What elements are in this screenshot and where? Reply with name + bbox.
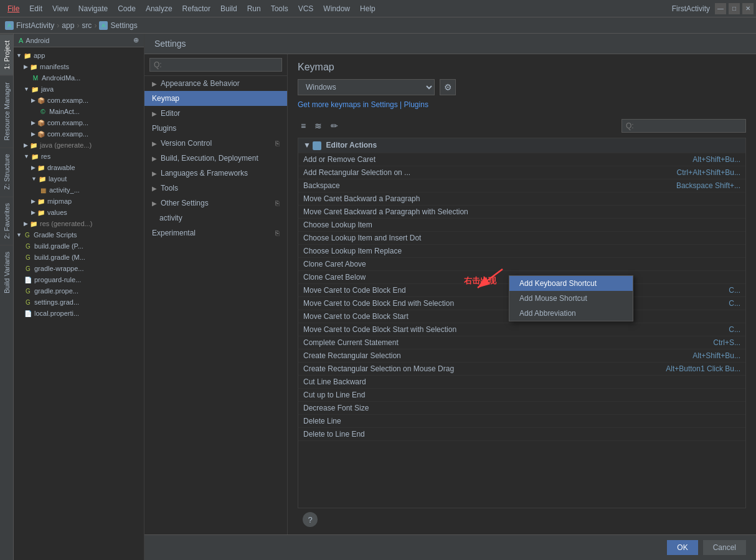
minimize-button[interactable]: — (715, 3, 726, 14)
menu-code[interactable]: Code (113, 2, 141, 15)
table-row[interactable]: Choose Lookup Item and Insert Dot (298, 231, 745, 244)
tab-resource-manager[interactable]: Resource Manager (0, 75, 13, 147)
table-row[interactable]: Add or Remove Caret Alt+Shift+Bu... (298, 153, 745, 166)
settings-search-container (144, 54, 287, 76)
tree-item-com3[interactable]: ▶ 📦 com.examp... (14, 128, 144, 140)
breadcrumb-first-activity[interactable]: FirstActivity (16, 21, 54, 30)
table-row[interactable]: Backspace Backspace Shift+... (298, 179, 745, 192)
table-row[interactable]: Move Caret Backward a Paragraph (298, 192, 745, 205)
tree-item-proguard[interactable]: 📄 proguard-rule... (14, 274, 144, 285)
close-button[interactable]: ✕ (742, 3, 754, 14)
editor-actions-icon (313, 141, 321, 150)
add-icon[interactable]: ⊕ (133, 36, 139, 44)
tree-item-gradle-scripts[interactable]: ▼ G Gradle Scripts (14, 229, 144, 240)
table-row[interactable]: Add Rectangular Selection on ... Ctrl+Al… (298, 166, 745, 179)
table-row[interactable]: Move Caret to Code Block Start with Sele… (298, 323, 745, 336)
menu-navigate[interactable]: Navigate (73, 2, 113, 15)
table-row[interactable]: Delete to Line End (298, 427, 745, 440)
table-row[interactable]: Cut Line Backward (298, 375, 745, 388)
keymap-scheme-select[interactable]: Windows Mac OS X Default (298, 79, 435, 95)
tab-favorites[interactable]: 2: Favorites (0, 196, 13, 245)
tree-item-app[interactable]: ▼ 📁 app (14, 50, 144, 61)
action-shortcut: Alt+Shift+Bu... (600, 349, 745, 362)
plugins-link[interactable]: Get more keymaps in Settings | Plugins (298, 100, 428, 109)
panel-title: Android (26, 37, 49, 44)
edit-button[interactable]: ✏ (328, 119, 341, 133)
tree-item-androidmanifest[interactable]: M AndroidMa... (14, 72, 144, 83)
nav-appearance[interactable]: ▶ Appearance & Behavior (144, 76, 287, 91)
tab-structure[interactable]: Z: Structure (0, 147, 13, 196)
menu-edit[interactable]: Edit (24, 2, 47, 15)
tree-item-build-gradle-p[interactable]: G build.gradle (P... (14, 240, 144, 252)
nav-experimental[interactable]: Experimental ⎘ (144, 225, 287, 240)
nav-version-control[interactable]: ▶Version Control ⎘ (144, 136, 287, 151)
help-button[interactable]: ? (303, 512, 318, 527)
collapse-all-button[interactable]: ≋ (311, 119, 325, 133)
table-row[interactable]: Complete Current Statement Ctrl+S... (298, 336, 745, 349)
nav-plugins[interactable]: Plugins (144, 121, 287, 136)
menu-help[interactable]: Help (355, 2, 380, 15)
cancel-button[interactable]: Cancel (703, 540, 746, 555)
nav-build[interactable]: ▶ Build, Execution, Deployment (144, 151, 287, 166)
table-row[interactable]: Clone Caret Above (298, 257, 745, 270)
gradle-file-icon: G (24, 298, 32, 306)
context-menu-item-keyboard[interactable]: Add Keyboard Shortcut (509, 276, 633, 291)
context-menu-item-abbreviation[interactable]: Add Abbreviation (509, 306, 633, 321)
tree-item-java[interactable]: ▼ 📁 java (14, 83, 144, 95)
tree-item-com2[interactable]: ▶ 📦 com.examp... (14, 117, 144, 128)
tree-item-settings-gradle[interactable]: G settings.grad... (14, 297, 144, 308)
breadcrumb-src[interactable]: src (82, 21, 92, 30)
tree-item-drawable[interactable]: ▶ 📁 drawable (14, 162, 144, 173)
expand-all-button[interactable]: ≡ (298, 119, 309, 133)
menu-vcs[interactable]: VCS (293, 2, 319, 15)
menu-build[interactable]: Build (215, 2, 242, 15)
gear-button[interactable]: ⚙ (440, 79, 456, 95)
tree-item-java-generated[interactable]: ▶ 📁 java (generate...) (14, 140, 144, 151)
settings-search-input[interactable] (149, 58, 282, 72)
menu-analyze[interactable]: Analyze (141, 2, 177, 15)
maximize-button[interactable]: □ (729, 3, 740, 14)
table-row[interactable]: Choose Lookup Item (298, 218, 745, 231)
tree-item-local-props[interactable]: 📄 local.properti... (14, 308, 144, 319)
table-row[interactable]: Decrease Font Size (298, 401, 745, 414)
tree-item-gradle-props[interactable]: G gradle.prope... (14, 285, 144, 297)
menu-tools[interactable]: Tools (266, 2, 293, 15)
breadcrumb-app[interactable]: app (62, 21, 74, 30)
table-row[interactable]: Create Rectangular Selection Alt+Shift+B… (298, 349, 745, 362)
tree-item-activity-xml[interactable]: ▦ activity_... (14, 184, 144, 196)
menu-refactor[interactable]: Refactor (177, 2, 215, 15)
keymap-search-input[interactable] (621, 119, 746, 133)
tree-item-values[interactable]: ▶ 📁 values (14, 207, 144, 218)
tree-item-manifests[interactable]: ▶ 📁 manifests (14, 61, 144, 72)
tree-item-res-generated[interactable]: ▶ 📁 res (generated...) (14, 218, 144, 229)
tree-item-gradle-wrapper[interactable]: G gradle-wrappe... (14, 263, 144, 274)
nav-keymap[interactable]: Keymap (144, 91, 287, 106)
nav-editor[interactable]: ▶ Editor (144, 106, 287, 121)
tree-item-build-gradle-m[interactable]: G build.gradle (M... (14, 252, 144, 263)
tab-build-variants[interactable]: Build Variants (0, 245, 13, 300)
menu-run[interactable]: Run (242, 2, 266, 15)
tree-item-layout[interactable]: ▼ 📁 layout (14, 173, 144, 184)
menu-view[interactable]: View (47, 2, 73, 15)
tree-item-com1[interactable]: ▶ 📦 com.examp... (14, 95, 144, 106)
tree-item-mipmap[interactable]: ▶ 📁 mipmap (14, 196, 144, 207)
table-row[interactable]: Choose Lookup Item Replace (298, 244, 745, 257)
nav-tools[interactable]: ▶ Tools (144, 181, 287, 196)
menu-file[interactable]: File (2, 2, 24, 15)
context-menu-item-mouse[interactable]: Add Mouse Shortcut (509, 291, 633, 306)
nav-other-settings[interactable]: ▶Other Settings ⎘ (144, 196, 287, 211)
tab-project[interactable]: 1: Project (0, 34, 13, 75)
menu-window[interactable]: Window (318, 2, 355, 15)
table-row[interactable]: Delete Line (298, 414, 745, 427)
table-row[interactable]: Create Rectangular Selection on Mouse Dr… (298, 362, 745, 375)
tree-item-res[interactable]: ▼ 📁 res (14, 151, 144, 162)
gradle-file-icon: G (24, 242, 32, 250)
table-row[interactable]: Cut up to Line End (298, 388, 745, 401)
ok-button[interactable]: OK (667, 540, 697, 555)
nav-activity[interactable]: activity (144, 211, 287, 225)
action-name: Move Caret Backward a Paragraph (298, 192, 600, 205)
table-row[interactable]: Move Caret Backward a Paragraph with Sel… (298, 205, 745, 218)
nav-languages[interactable]: ▶ Languages & Frameworks (144, 166, 287, 181)
tree-item-mainactivity[interactable]: © MainAct... (14, 106, 144, 117)
breadcrumb-settings[interactable]: Settings (110, 21, 137, 30)
